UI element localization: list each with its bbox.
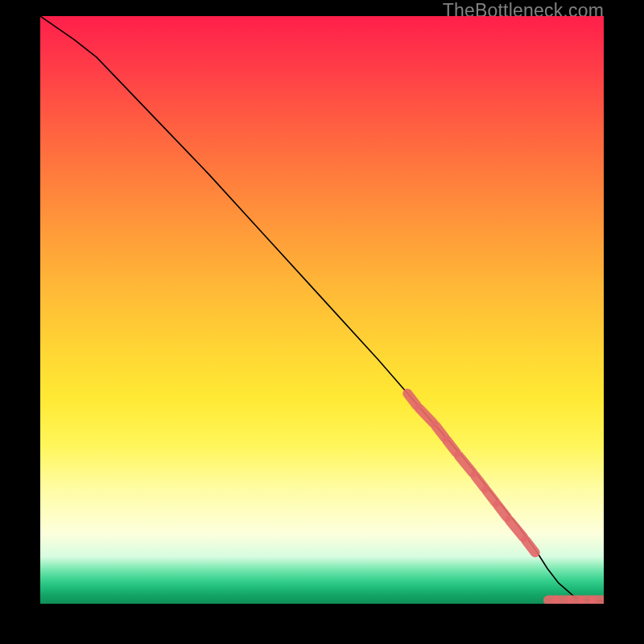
svg-line-2 bbox=[436, 426, 444, 438]
svg-line-0 bbox=[407, 394, 416, 406]
svg-line-5 bbox=[475, 476, 484, 488]
svg-line-7 bbox=[497, 506, 506, 518]
svg-line-6 bbox=[486, 490, 495, 502]
chart-frame: TheBottleneck.com bbox=[0, 0, 644, 644]
highlight-diagonal bbox=[407, 394, 535, 552]
svg-line-4 bbox=[459, 456, 473, 473]
plot-svg bbox=[40, 16, 604, 604]
svg-line-3 bbox=[447, 440, 456, 452]
svg-line-9 bbox=[526, 540, 535, 552]
svg-line-8 bbox=[510, 520, 523, 537]
svg-line-1 bbox=[419, 408, 433, 423]
curve-line bbox=[40, 16, 604, 601]
plot-area bbox=[40, 16, 604, 604]
